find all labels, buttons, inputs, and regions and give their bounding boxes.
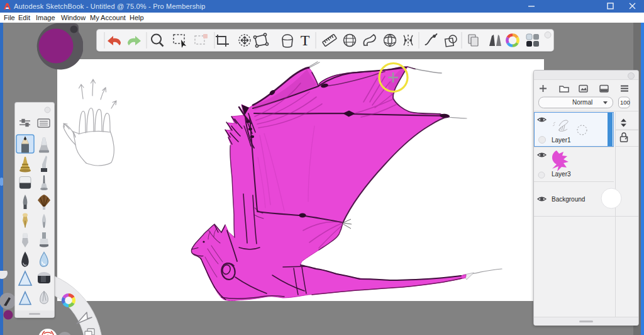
svg-text:T: T [301, 32, 310, 48]
